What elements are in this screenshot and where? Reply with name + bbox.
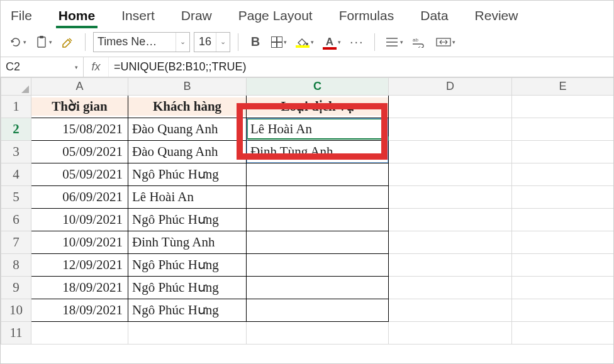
cell[interactable] [512,96,614,118]
row-header[interactable]: 7 [1,231,31,254]
fill-color-button[interactable]: ▾ [293,32,316,52]
row-header[interactable]: 10 [1,299,31,322]
col-header-c[interactable]: C [247,78,389,96]
cell[interactable] [512,231,614,254]
tab-data[interactable]: Data [416,6,452,27]
font-name-select[interactable]: Times Ne… ⌄ [93,32,190,52]
select-all-corner[interactable] [1,78,31,96]
formula-bar: C2 ▾ fx =UNIQUE(B2:B10;;TRUE) [1,57,613,77]
cell[interactable] [512,118,614,141]
cell[interactable]: 06/09/2021 [31,186,128,209]
bold-button[interactable]: B [246,32,265,52]
paste-button[interactable]: ▾ [33,32,55,52]
cell[interactable] [512,141,614,163]
cell[interactable] [247,231,389,254]
cell[interactable]: Thời gian [31,96,128,118]
col-header-a[interactable]: A [31,78,128,96]
more-font-button[interactable]: ··· [347,32,367,52]
cell[interactable] [247,163,389,186]
cell[interactable]: Ngô Phúc Hưng [128,254,247,277]
cell[interactable]: Khách hàng [128,96,247,118]
cell[interactable] [389,96,512,118]
cell[interactable] [31,322,128,345]
cell[interactable]: Lê Hoài An [247,118,389,141]
cell[interactable] [389,209,512,231]
row-header[interactable]: 9 [1,277,31,299]
cell[interactable]: Lê Hoài An [128,186,247,209]
name-box[interactable]: C2 ▾ [1,57,84,77]
cell[interactable] [389,322,512,345]
cell[interactable]: Đào Quang Anh [128,141,247,163]
tab-formulas[interactable]: Formulas [335,6,398,27]
tab-home[interactable]: Home [55,6,99,27]
cell[interactable] [247,322,389,345]
cell[interactable] [512,277,614,299]
borders-button[interactable]: ▾ [269,32,289,52]
formula-input[interactable]: =UNIQUE(B2:B10;;TRUE) [109,57,613,77]
row-header[interactable]: 1 [1,96,31,118]
spreadsheet-grid[interactable]: A B C D E 1Thời gianKhách hàngLoại dịch … [1,77,613,345]
tab-page-layout[interactable]: Page Layout [235,6,316,27]
cell[interactable]: Đào Quang Anh [128,118,247,141]
cell[interactable] [512,186,614,209]
row-header[interactable]: 8 [1,254,31,277]
separator [85,33,86,51]
cell[interactable] [389,254,512,277]
cell[interactable] [512,299,614,322]
fx-icon[interactable]: fx [84,57,109,77]
cell[interactable] [512,209,614,231]
cell[interactable]: Ngô Phúc Hưng [128,209,247,231]
cell[interactable] [389,141,512,163]
cell[interactable] [389,118,512,141]
col-header-e[interactable]: E [512,78,614,96]
align-button[interactable]: ▾ [382,32,406,52]
cell[interactable]: Ngô Phúc Hưng [128,277,247,299]
tab-file[interactable]: File [7,6,36,27]
font-size-select[interactable]: 16 ⌄ [194,32,230,52]
row-header[interactable]: 5 [1,186,31,209]
cell[interactable]: 18/09/2021 [31,277,128,299]
cell[interactable] [247,209,389,231]
cell[interactable] [389,277,512,299]
tab-insert[interactable]: Insert [118,6,159,27]
row-header[interactable]: 6 [1,209,31,231]
tab-review[interactable]: Review [471,6,522,27]
chevron-down-icon: ⌄ [216,33,230,52]
cell[interactable] [389,163,512,186]
col-header-d[interactable]: D [389,78,512,96]
row-header[interactable]: 3 [1,141,31,163]
cell[interactable]: 10/09/2021 [31,231,128,254]
font-color-button[interactable]: A ▾ [320,32,343,52]
cell[interactable] [247,254,389,277]
cell[interactable]: 10/09/2021 [31,209,128,231]
cell[interactable] [389,231,512,254]
cell[interactable] [512,163,614,186]
cell[interactable]: 12/09/2021 [31,254,128,277]
cell[interactable]: Ngô Phúc Hưng [128,163,247,186]
cell[interactable] [128,322,247,345]
cell[interactable]: Đinh Tùng Anh [128,231,247,254]
row-header[interactable]: 11 [1,322,31,345]
cell[interactable] [247,299,389,322]
col-header-b[interactable]: B [128,78,247,96]
cell[interactable] [389,299,512,322]
tab-draw[interactable]: Draw [177,6,216,27]
merge-button[interactable]: ▾ [433,32,458,52]
format-painter-button[interactable] [59,32,77,52]
cell[interactable] [389,186,512,209]
wrap-text-button[interactable]: ab [410,32,430,52]
cell[interactable]: 18/09/2021 [31,299,128,322]
cell[interactable]: Đinh Tùng Anh [247,141,389,163]
cell[interactable]: Loại dịch vụ [247,96,389,118]
cell[interactable] [247,186,389,209]
cell[interactable]: 05/09/2021 [31,141,128,163]
undo-button[interactable]: ▾ [7,32,29,52]
row-header[interactable]: 4 [1,163,31,186]
cell[interactable] [512,254,614,277]
cell[interactable]: 15/08/2021 [31,118,128,141]
cell[interactable] [512,322,614,345]
cell[interactable] [247,277,389,299]
cell[interactable]: 05/09/2021 [31,163,128,186]
row-header[interactable]: 2 [1,118,31,141]
cell[interactable]: Ngô Phúc Hưng [128,299,247,322]
